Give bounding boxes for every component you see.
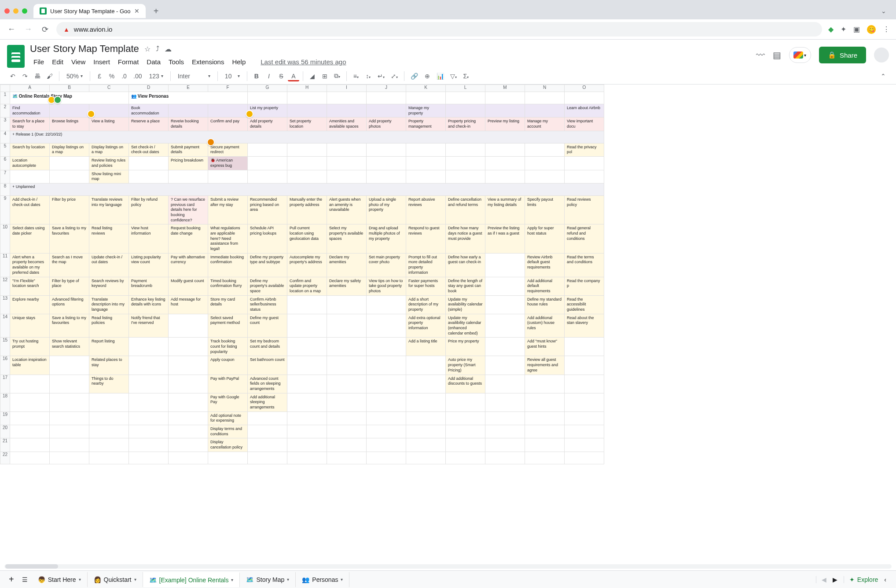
cell[interactable] [50, 375, 89, 393]
cell[interactable]: Advanced count fields on sleeping arrang… [248, 375, 287, 393]
strikethrough-button[interactable]: S [275, 71, 287, 81]
cell[interactable]: Pay with Google Pay [208, 393, 248, 412]
menu-data[interactable]: Data [143, 56, 164, 67]
cell[interactable] [485, 295, 525, 314]
text-rotation-button[interactable]: ⤢▾ [388, 71, 400, 81]
cell[interactable]: Browse listings [50, 118, 89, 131]
new-tab-button[interactable]: + [150, 5, 162, 17]
move-icon[interactable]: ⤴ [156, 45, 159, 53]
cell[interactable] [287, 412, 327, 425]
cell[interactable]: Listing popularity view count [129, 253, 169, 277]
cell[interactable]: Store my card details [208, 295, 248, 314]
cell[interactable] [565, 393, 604, 412]
cell[interactable] [406, 452, 446, 464]
decrease-decimal-button[interactable]: .0 [118, 71, 130, 81]
release-header[interactable]: + Unplanned [10, 183, 604, 195]
cell[interactable] [129, 356, 169, 375]
cell[interactable] [248, 452, 287, 464]
cell[interactable] [287, 338, 327, 356]
cell[interactable]: Confirm and pay [208, 118, 248, 131]
cell[interactable] [10, 438, 50, 452]
cell[interactable]: Update check-in / out dates [89, 253, 129, 277]
cell[interactable] [485, 92, 525, 104]
cell[interactable]: Prompt to fill out more detailed propert… [406, 253, 446, 277]
cell[interactable] [367, 438, 406, 452]
cell[interactable] [525, 157, 565, 170]
cell[interactable]: Faster payments for super hosts [406, 277, 446, 295]
horizontal-scrollbar[interactable] [4, 564, 892, 565]
comment-button[interactable]: ⊕ [422, 71, 433, 81]
cell[interactable] [287, 425, 327, 438]
cell[interactable]: Property management [406, 118, 446, 131]
cell[interactable]: Track booking count for listing populari… [208, 338, 248, 356]
cell[interactable] [50, 157, 89, 170]
cell[interactable] [367, 338, 406, 356]
cell[interactable]: Add additional discounts to guests [446, 375, 485, 393]
cell[interactable] [525, 393, 565, 412]
cell[interactable] [50, 452, 89, 464]
cell[interactable]: Update my availibility calendar (enhance… [446, 314, 485, 338]
cell[interactable] [10, 425, 50, 438]
cell[interactable] [485, 412, 525, 425]
cell[interactable]: Define my standard house rules [525, 295, 565, 314]
collaborator-avatar-icon[interactable] [87, 110, 95, 118]
cell[interactable] [565, 157, 604, 170]
cell[interactable] [406, 157, 446, 170]
cell[interactable] [248, 438, 287, 452]
cell[interactable] [327, 157, 367, 170]
cell[interactable]: Read listing policies [89, 314, 129, 338]
cell[interactable]: Define cancellation and refund terms [446, 195, 485, 224]
cell[interactable]: Add property photos [367, 118, 406, 131]
cell[interactable]: Set my bedroom count and details [248, 338, 287, 356]
cell[interactable]: Add property details [248, 118, 287, 131]
cell[interactable]: Pricing breakdown [169, 157, 208, 170]
account-avatar-icon[interactable] [874, 48, 889, 62]
cell[interactable]: Confirm and update property location on … [287, 277, 327, 295]
cell[interactable] [248, 412, 287, 425]
cell[interactable]: "I'm Flexible" location search [10, 277, 50, 295]
link-button[interactable]: 🔗 [408, 71, 421, 81]
cell[interactable] [525, 92, 565, 104]
cell[interactable] [129, 425, 169, 438]
cell[interactable] [169, 425, 208, 438]
cell[interactable]: Declare my amenities [327, 253, 367, 277]
cell[interactable]: Manage my property [406, 104, 446, 118]
cell[interactable]: View a listing [89, 118, 129, 131]
cell[interactable]: Save a listing to my favourites [50, 224, 89, 253]
cell[interactable]: Preview the listing as if I was a guest [485, 224, 525, 253]
cell[interactable]: Submit payment details [169, 143, 208, 156]
sheets-logo-icon[interactable] [7, 45, 25, 68]
cell[interactable]: Display listings on a map [89, 143, 129, 156]
cell[interactable]: Review listing rules and policies [89, 157, 129, 170]
cell[interactable] [10, 452, 50, 464]
cell[interactable] [129, 338, 169, 356]
cell[interactable]: Secure payment redirect [208, 143, 248, 156]
cell[interactable] [367, 104, 406, 118]
vertical-align-button[interactable]: ↕▾ [363, 71, 374, 81]
cell[interactable] [287, 170, 327, 183]
filter-button[interactable]: ▽▾ [448, 71, 459, 81]
cell[interactable] [169, 375, 208, 393]
cell[interactable]: Reserve a place [129, 118, 169, 131]
cell[interactable]: Upload a single photo of my property [367, 195, 406, 224]
cell[interactable] [565, 438, 604, 452]
cell[interactable] [446, 143, 485, 156]
cell[interactable] [485, 253, 525, 277]
cell[interactable] [485, 452, 525, 464]
cell[interactable]: Submit a review after my stay [208, 195, 248, 224]
cell[interactable]: Notify friend that I've reserved [129, 314, 169, 338]
cell[interactable]: 🗺️ Online Rentals Story Map [10, 92, 129, 104]
maximize-window-icon[interactable] [22, 8, 27, 14]
cell[interactable]: Request booking date change [169, 224, 208, 253]
cell[interactable] [565, 92, 604, 104]
cell[interactable]: Add additional sleeping arrangements [248, 393, 287, 412]
back-button[interactable]: ← [6, 25, 17, 34]
cell[interactable]: Search for a place to stay [10, 118, 50, 131]
cell[interactable]: Add "must know" guest hints [525, 338, 565, 356]
cell[interactable]: Report abusive reviews [406, 195, 446, 224]
cell[interactable] [169, 393, 208, 412]
menu-icon[interactable]: ⋮ [883, 25, 890, 33]
italic-button[interactable]: I [263, 71, 275, 81]
browser-tab[interactable]: User Story Map Template - Goo ✕ [33, 4, 146, 18]
cell[interactable]: Read listing reviews [89, 224, 129, 253]
